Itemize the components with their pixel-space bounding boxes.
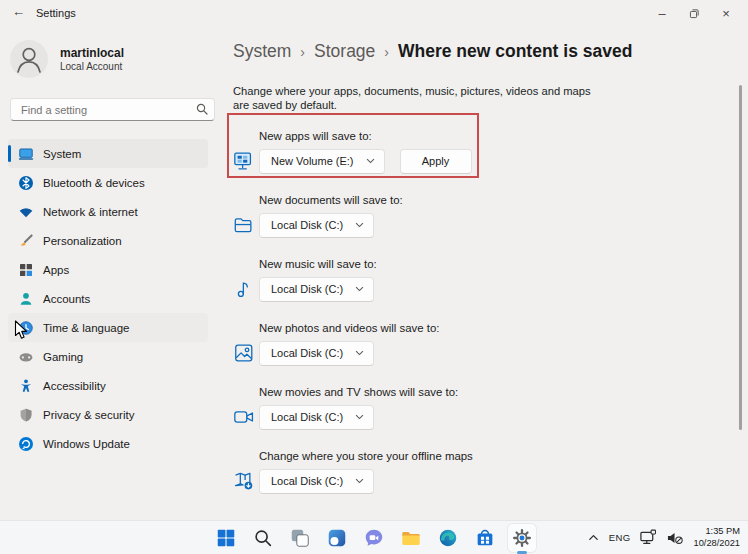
apply-button[interactable]: Apply [400, 149, 472, 174]
new-documents-drive-dropdown[interactable]: Local Disk (C:) [259, 213, 374, 238]
widgets-icon [326, 527, 348, 549]
avatar [10, 40, 48, 78]
section-row: Local Disk (C:) [233, 468, 748, 494]
system-tray: ENG 1:35 PM 10/28/2021 [587, 521, 740, 554]
music-note-icon [233, 278, 255, 300]
sidebar-item-label: Network & internet [43, 206, 138, 218]
chevron-right-icon: › [384, 41, 389, 64]
apps-icon [18, 262, 34, 278]
sidebar-item-privacy-security[interactable]: Privacy & security [8, 400, 208, 429]
breadcrumb: System › Storage › Where new content is … [233, 40, 748, 64]
chat-button[interactable] [360, 524, 388, 552]
section-label: New photos and videos will save to: [259, 321, 748, 335]
account-card[interactable]: martinlocal Local Account [10, 40, 124, 78]
dropdown-value: Local Disk (C:) [271, 411, 343, 423]
sidebar-item-accessibility[interactable]: Accessibility [8, 371, 208, 400]
sidebar-item-label: Apps [43, 264, 69, 276]
section-row: Local Disk (C:) [233, 276, 748, 302]
settings-gear-icon [511, 527, 533, 549]
tray-time: 1:35 PM [693, 526, 740, 538]
chevron-down-icon [355, 286, 364, 292]
section-new-music: New music will save to: Local Disk (C:) [233, 257, 748, 302]
taskbar: ENG 1:35 PM 10/28/2021 [0, 520, 748, 554]
widgets-button[interactable] [323, 524, 351, 552]
back-icon[interactable]: ← [12, 4, 25, 19]
network-icon[interactable] [639, 529, 657, 546]
window-controls: – × [646, 0, 742, 26]
accessibility-person-icon [18, 378, 34, 394]
windows-logo-icon [215, 527, 237, 549]
sidebar-item-system[interactable]: System [8, 139, 208, 168]
restore-icon[interactable] [678, 0, 710, 26]
tray-chevron-up-icon[interactable] [587, 531, 600, 544]
task-view-button[interactable] [286, 524, 314, 552]
edge-browser-button[interactable] [434, 524, 462, 552]
documents-folder-icon [233, 214, 255, 236]
main-content: System › Storage › Where new content is … [222, 28, 748, 520]
sidebar-item-label: Gaming [43, 351, 83, 363]
new-apps-drive-dropdown[interactable]: New Volume (E:) [259, 149, 385, 174]
language-indicator[interactable]: ENG [609, 532, 631, 543]
brush-icon [18, 233, 34, 249]
window-title: Settings [36, 7, 76, 19]
chevron-down-icon [355, 478, 364, 484]
minimize-icon[interactable]: – [646, 0, 678, 26]
person-icon [10, 40, 48, 78]
section-offline-maps: Change where you store your offline maps… [233, 449, 748, 494]
breadcrumb-storage[interactable]: Storage [314, 40, 375, 63]
dropdown-value: Local Disk (C:) [271, 219, 343, 231]
microsoft-store-button[interactable] [471, 524, 499, 552]
chevron-down-icon [355, 222, 364, 228]
vertical-scrollbar[interactable] [739, 85, 742, 430]
section-new-apps: New apps will save to: New Volume (E:) A… [233, 129, 748, 174]
sidebar-item-personalization[interactable]: Personalization [8, 226, 208, 255]
start-button[interactable] [212, 524, 240, 552]
file-explorer-button[interactable] [397, 524, 425, 552]
page-title: Where new content is saved [398, 40, 632, 63]
search-icon [196, 103, 208, 115]
section-label: New music will save to: [259, 257, 748, 271]
volume-muted-icon[interactable] [666, 530, 684, 546]
dropdown-value: Local Disk (C:) [271, 475, 343, 487]
sidebar-item-apps[interactable]: Apps [8, 255, 208, 284]
tray-date: 10/28/2021 [693, 538, 740, 550]
section-row: Local Disk (C:) [233, 404, 748, 430]
sidebar-item-bluetooth-devices[interactable]: Bluetooth & devices [8, 168, 208, 197]
page-description: Change where your apps, documents, music… [233, 84, 748, 112]
search-icon [252, 527, 274, 549]
sidebar-item-label: Time & language [43, 322, 130, 334]
folder-icon [400, 527, 422, 549]
dropdown-value: New Volume (E:) [271, 155, 354, 167]
breadcrumb-system[interactable]: System [233, 40, 291, 63]
dropdown-value: Local Disk (C:) [271, 283, 343, 295]
bluetooth-icon [18, 175, 34, 191]
sidebar-item-label: Privacy & security [43, 409, 134, 421]
search-input[interactable] [10, 98, 215, 121]
settings-app-button[interactable] [508, 524, 536, 552]
sidebar-item-network-internet[interactable]: Network & internet [8, 197, 208, 226]
sidebar-item-label: Accounts [43, 293, 90, 305]
clock[interactable]: 1:35 PM 10/28/2021 [693, 526, 740, 549]
section-new-documents: New documents will save to: Local Disk (… [233, 193, 748, 238]
edge-icon [437, 527, 459, 549]
new-photos-drive-dropdown[interactable]: Local Disk (C:) [259, 341, 374, 366]
page-description-line2: are saved by default. [233, 98, 748, 112]
offline-maps-drive-dropdown[interactable]: Local Disk (C:) [259, 469, 374, 494]
sidebar-item-gaming[interactable]: Gaming [8, 342, 208, 371]
chevron-right-icon: › [300, 41, 305, 64]
new-music-drive-dropdown[interactable]: Local Disk (C:) [259, 277, 374, 302]
chat-icon [363, 527, 385, 549]
close-icon[interactable]: × [710, 0, 742, 26]
sidebar-item-windows-update[interactable]: Windows Update [8, 429, 208, 458]
section-new-movies-tv: New movies and TV shows will save to: Lo… [233, 385, 748, 430]
task-view-icon [289, 527, 311, 549]
new-movies-drive-dropdown[interactable]: Local Disk (C:) [259, 405, 374, 430]
section-label: New documents will save to: [259, 193, 748, 207]
taskbar-search-button[interactable] [249, 524, 277, 552]
sidebar-item-time-language[interactable]: Time & language [8, 313, 208, 342]
sidebar-item-accounts[interactable]: Accounts [8, 284, 208, 313]
sidebar-item-label: Windows Update [43, 438, 130, 450]
section-label: Change where you store your offline maps [259, 449, 748, 463]
sidebar-item-label: Personalization [43, 235, 122, 247]
dropdown-value: Local Disk (C:) [271, 347, 343, 359]
